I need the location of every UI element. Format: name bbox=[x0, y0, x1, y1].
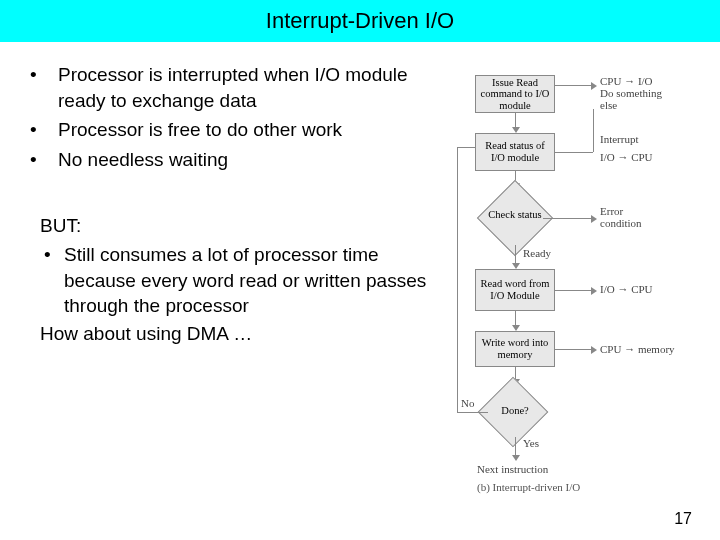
flowchart-diagram: Issue Read command to I/O module CPU → I… bbox=[455, 75, 710, 505]
bullet-text: Processor is free to do other work bbox=[58, 117, 342, 143]
connector bbox=[457, 147, 475, 148]
connector bbox=[543, 218, 593, 219]
sub-text: Still consumes a lot of processor time b… bbox=[64, 242, 450, 319]
decision-text: Check status bbox=[485, 209, 545, 221]
side-label: Error condition bbox=[600, 205, 660, 229]
arrow-right-icon bbox=[591, 215, 597, 223]
flow-box-read-status: Read status of I/O module bbox=[475, 133, 555, 171]
connector bbox=[515, 245, 516, 265]
side-label: CPU → memory bbox=[600, 343, 675, 355]
diagram-caption: (b) Interrupt-driven I/O bbox=[477, 481, 580, 493]
bullet-item: • Processor is interrupted when I/O modu… bbox=[30, 62, 450, 113]
flow-box-read-word: Read word from I/O Module bbox=[475, 269, 555, 311]
bullet-text: Processor is interrupted when I/O module… bbox=[58, 62, 450, 113]
connector bbox=[555, 290, 593, 291]
arrow-right-icon bbox=[591, 82, 597, 90]
connector bbox=[555, 152, 593, 153]
side-label: CPU → I/O bbox=[600, 75, 653, 87]
edge-label: Yes bbox=[523, 437, 539, 449]
bullet-item: • Processor is free to do other work bbox=[30, 117, 450, 143]
but-label: BUT: bbox=[30, 213, 450, 239]
howabout-text: How about using DMA … bbox=[30, 321, 450, 347]
sub-list: • Still consumes a lot of processor time… bbox=[30, 242, 450, 319]
bullet-dot: • bbox=[40, 242, 64, 319]
connector bbox=[457, 412, 488, 413]
next-instruction-label: Next instruction bbox=[477, 463, 548, 475]
bullet-dot: • bbox=[30, 62, 58, 113]
bullet-dot: • bbox=[30, 147, 58, 173]
sub-item: • Still consumes a lot of processor time… bbox=[40, 242, 450, 319]
side-label: Interrupt bbox=[600, 133, 638, 145]
bullet-item: • No needless waiting bbox=[30, 147, 450, 173]
flow-box-write-word: Write word into memory bbox=[475, 331, 555, 367]
bullet-text: No needless waiting bbox=[58, 147, 228, 173]
connector bbox=[555, 85, 593, 86]
arrow-right-icon bbox=[591, 346, 597, 354]
side-label: Do something else bbox=[600, 87, 680, 111]
decision-text: Done? bbox=[485, 405, 545, 417]
bullet-list: • Processor is interrupted when I/O modu… bbox=[30, 62, 450, 173]
connector bbox=[457, 147, 458, 412]
flow-box-issue-read: Issue Read command to I/O module bbox=[475, 75, 555, 113]
connector bbox=[555, 349, 593, 350]
connector bbox=[515, 437, 516, 457]
arrow-down-icon bbox=[512, 455, 520, 461]
slide-title: Interrupt-Driven I/O bbox=[0, 0, 720, 42]
edge-label: No bbox=[461, 397, 474, 409]
page-number: 17 bbox=[674, 510, 692, 528]
text-column: • Processor is interrupted when I/O modu… bbox=[0, 62, 450, 347]
connector bbox=[593, 109, 594, 152]
arrow-right-icon bbox=[591, 287, 597, 295]
bullet-dot: • bbox=[30, 117, 58, 143]
side-label: I/O → CPU bbox=[600, 151, 653, 163]
edge-label: Ready bbox=[523, 247, 551, 259]
side-label: I/O → CPU bbox=[600, 283, 653, 295]
